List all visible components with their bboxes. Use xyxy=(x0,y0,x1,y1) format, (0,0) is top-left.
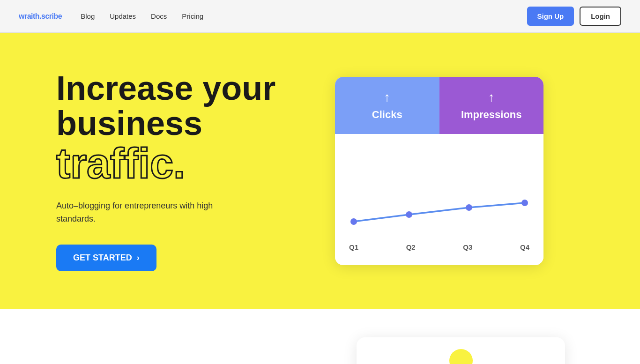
chart-tabs: ↑ Clicks ↑ Impressions xyxy=(335,77,543,134)
second-card-icon xyxy=(449,349,473,364)
navbar: wraith.scribe Blog Updates Docs Pricing … xyxy=(0,0,640,33)
dot-q2 xyxy=(406,211,412,218)
nav-link-updates[interactable]: Updates xyxy=(110,12,136,20)
hero-subtitle: Auto–blogging for entrepreneurs with hig… xyxy=(56,199,234,226)
login-button[interactable]: Login xyxy=(580,7,621,26)
dot-q4 xyxy=(521,200,528,206)
second-card-wrapper xyxy=(37,337,603,364)
get-started-button[interactable]: GET STARTED › xyxy=(56,245,156,271)
x-label-q1: Q1 xyxy=(349,243,358,251)
hero-section: Increase your business traffic. Auto–blo… xyxy=(0,33,640,309)
nav-right: Sign Up Login xyxy=(527,7,622,26)
clicks-arrow-icon: ↑ xyxy=(384,90,390,105)
nav-left: wraith.scribe Blog Updates Docs Pricing xyxy=(19,12,203,21)
clicks-label: Clicks xyxy=(372,109,402,121)
nav-links: Blog Updates Docs Pricing xyxy=(81,12,203,21)
nav-link-docs[interactable]: Docs xyxy=(151,12,167,20)
nav-link-blog[interactable]: Blog xyxy=(81,12,95,20)
chart-svg-area xyxy=(349,142,529,238)
hero-title-line2: business xyxy=(56,104,202,142)
below-hero-section xyxy=(0,309,640,364)
impressions-arrow-icon: ↑ xyxy=(488,90,495,105)
get-started-label: GET STARTED xyxy=(73,253,132,263)
tab-impressions[interactable]: ↑ Impressions xyxy=(439,77,544,134)
hero-right: ↑ Clicks ↑ Impressions xyxy=(328,77,543,265)
second-card xyxy=(357,337,565,364)
x-label-q3: Q3 xyxy=(463,243,472,251)
logo-text: wraith.scribe xyxy=(19,12,62,20)
nav-link-pricing[interactable]: Pricing xyxy=(182,12,203,20)
tab-clicks[interactable]: ↑ Clicks xyxy=(335,77,439,134)
signup-button[interactable]: Sign Up xyxy=(527,7,574,26)
hero-left: Increase your business traffic. Auto–blo… xyxy=(56,71,328,271)
hero-title: Increase your business traffic. xyxy=(56,71,328,186)
impressions-label: Impressions xyxy=(461,109,522,121)
x-label-q4: Q4 xyxy=(520,243,529,251)
chart-body: Q1 Q2 Q3 Q4 xyxy=(335,134,543,265)
chart-x-axis: Q1 Q2 Q3 Q4 xyxy=(349,238,529,251)
logo[interactable]: wraith.scribe xyxy=(19,12,62,21)
hero-title-line3: traffic. xyxy=(56,141,328,186)
line-chart xyxy=(349,142,529,236)
dot-q3 xyxy=(466,204,472,211)
dot-q1 xyxy=(350,218,357,225)
chevron-right-icon: › xyxy=(137,253,140,263)
x-label-q2: Q2 xyxy=(406,243,416,251)
hero-title-line1: Increase your xyxy=(56,69,275,107)
chart-card: ↑ Clicks ↑ Impressions xyxy=(335,77,543,265)
